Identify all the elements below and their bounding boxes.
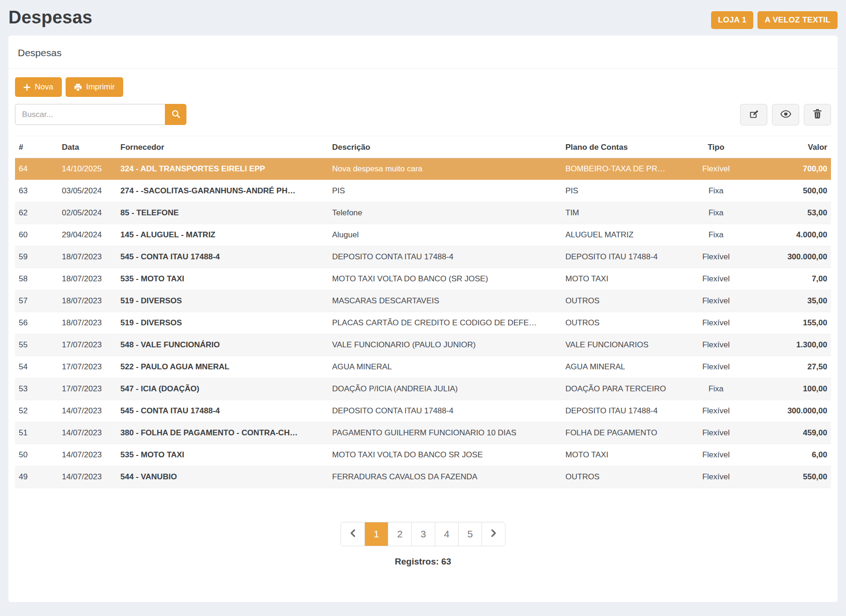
column-header-3: Descrição [328, 136, 562, 158]
page-button-4[interactable]: 4 [435, 522, 458, 546]
cell-supplier: 544 - VANUBIO [117, 466, 328, 488]
table-row[interactable]: 5214/07/2023545 - CONTA ITAU 17488-4DEPO… [15, 400, 831, 422]
cell-supplier: 519 - DIVERSOS [117, 312, 328, 334]
cell-value: 700,00 [745, 158, 831, 180]
cell-supplier: 547 - ICIA (DOAÇÃO) [117, 378, 328, 400]
new-expense-label: Nova [35, 82, 53, 92]
cell-account_plan: AGUA MINERAL [562, 356, 687, 378]
cell-supplier: 380 - FOLHA DE PAGAMENTO - CONTRA-CH… [117, 422, 328, 444]
table-row[interactable]: 5417/07/2023522 - PAULO AGUA MNERALAGUA … [15, 356, 831, 378]
cell-supplier: 85 - TELEFONE [117, 202, 328, 224]
table-row[interactable]: 5114/07/2023380 - FOLHA DE PAGAMENTO - C… [15, 422, 831, 444]
cell-id: 54 [15, 356, 58, 378]
cell-supplier: 548 - VALE FUNCIONÁRIO [117, 334, 328, 356]
table-row[interactable]: 5317/07/2023547 - ICIA (DOAÇÃO)DOAÇÃO P/… [15, 378, 831, 400]
company-badge-button[interactable]: A VELOZ TEXTIL [757, 11, 838, 29]
cell-date: 03/05/2024 [58, 180, 117, 202]
cell-description: PIS [328, 180, 562, 202]
cell-id: 51 [15, 422, 58, 444]
cell-description: AGUA MINERAL [328, 356, 562, 378]
cell-date: 18/07/2023 [58, 290, 117, 312]
pagination-wrap: 12345 [15, 522, 831, 546]
cell-id: 60 [15, 224, 58, 246]
cell-id: 50 [15, 444, 58, 466]
cell-account_plan: MOTO TAXI [562, 268, 687, 290]
chevron-left-icon [349, 528, 356, 540]
cell-date: 29/04/2024 [58, 224, 117, 246]
view-button[interactable] [772, 104, 799, 125]
table-row[interactable]: 4914/07/2023544 - VANUBIOFERRADURAS CAVA… [15, 466, 831, 488]
cell-id: 63 [15, 180, 58, 202]
prev-page-button[interactable] [341, 522, 364, 546]
page-button-1[interactable]: 1 [364, 522, 388, 546]
column-header-0: # [15, 136, 58, 158]
cell-date: 17/07/2023 [58, 378, 117, 400]
cell-description: Nova despesa muito cara [328, 158, 562, 180]
table-row[interactable]: 5014/07/2023535 - MOTO TAXIMOTO TAXI VOL… [15, 444, 831, 466]
search-button[interactable] [165, 104, 186, 125]
cell-supplier: 545 - CONTA ITAU 17488-4 [117, 400, 328, 422]
table-row[interactable]: 6303/05/2024274 - -SACOLITAS-GARANHUNS-A… [15, 180, 831, 202]
table-row[interactable]: 5618/07/2023519 - DIVERSOSPLACAS CARTÃO … [15, 312, 831, 334]
cell-account_plan: FOLHA DE PAGAMENTO [562, 422, 687, 444]
table-row[interactable]: 5517/07/2023548 - VALE FUNCIONÁRIOVALE F… [15, 334, 831, 356]
cell-date: 17/07/2023 [58, 334, 117, 356]
cell-value: 53,00 [745, 202, 831, 224]
cell-description: MASCARAS DESCARTAVEIS [328, 290, 562, 312]
plus-icon [23, 84, 30, 91]
cell-value: 100,00 [745, 378, 831, 400]
table-row[interactable]: 6202/05/202485 - TELEFONETelefoneTIMFixa… [15, 202, 831, 224]
page-button-2[interactable]: 2 [388, 522, 411, 546]
cell-type: Flexível [687, 268, 745, 290]
page-title: Despesas [8, 7, 92, 28]
cell-description: MOTO TAXI VOLTA DO BANCO SR JOSE [328, 444, 562, 466]
table-row[interactable]: 5718/07/2023519 - DIVERSOSMASCARAS DESCA… [15, 290, 831, 312]
expenses-panel: Despesas Nova Imprimir [8, 36, 838, 602]
cell-supplier: 145 - ALUGUEL - MATRIZ [117, 224, 328, 246]
cell-value: 7,00 [745, 268, 831, 290]
search-input[interactable] [15, 104, 165, 125]
cell-type: Fixa [687, 224, 745, 246]
cell-type: Flexível [687, 400, 745, 422]
column-header-5: Tipo [687, 136, 745, 158]
cell-date: 17/07/2023 [58, 356, 117, 378]
table-row[interactable]: 6414/10/2025324 - ADL TRANSPORTES EIRELI… [15, 158, 831, 180]
table-row[interactable]: 6029/04/2024145 - ALUGUEL - MATRIZAlugue… [15, 224, 831, 246]
cell-account_plan: OUTROS [562, 466, 687, 488]
edit-button[interactable] [740, 104, 767, 125]
search-icon [171, 110, 180, 120]
print-button[interactable]: Imprimir [66, 77, 123, 97]
page-button-3[interactable]: 3 [411, 522, 435, 546]
top-bar: Despesas LOJA 1 A VELOZ TEXTIL [0, 0, 846, 36]
column-header-2: Fornecedor [117, 136, 328, 158]
cell-description: DOAÇÃO P/ICIA (ANDREIA JULIA) [328, 378, 562, 400]
cell-date: 14/07/2023 [58, 466, 117, 488]
cell-description: DEPOSITO CONTA ITAU 17488-4 [328, 246, 562, 268]
cell-date: 14/07/2023 [58, 444, 117, 466]
table-row[interactable]: 5918/07/2023545 - CONTA ITAU 17488-4DEPO… [15, 246, 831, 268]
edit-icon [749, 109, 759, 120]
cell-id: 53 [15, 378, 58, 400]
store-badge-button[interactable]: LOJA 1 [711, 11, 754, 29]
table-row[interactable]: 5818/07/2023535 - MOTO TAXIMOTO TAXI VOL… [15, 268, 831, 290]
delete-button[interactable] [804, 104, 831, 125]
cell-value: 550,00 [745, 466, 831, 488]
cell-date: 14/07/2023 [58, 422, 117, 444]
next-page-button[interactable] [482, 522, 505, 546]
controls-row [15, 104, 831, 125]
panel-body: Nova Imprimir [8, 69, 838, 595]
cell-supplier: 522 - PAULO AGUA MNERAL [117, 356, 328, 378]
cell-type: Flexível [687, 158, 745, 180]
cell-type: Flexível [687, 444, 745, 466]
cell-date: 14/07/2023 [58, 400, 117, 422]
toolbar: Nova Imprimir [15, 77, 831, 97]
cell-supplier: 519 - DIVERSOS [117, 290, 328, 312]
expenses-table: #DataFornecedorDescriçãoPlano de ContasT… [15, 136, 831, 488]
cell-value: 27,50 [745, 356, 831, 378]
new-expense-button[interactable]: Nova [15, 77, 62, 97]
cell-supplier: 535 - MOTO TAXI [117, 444, 328, 466]
cell-description: Aluguel [328, 224, 562, 246]
cell-account_plan: TIM [562, 202, 687, 224]
page-button-5[interactable]: 5 [458, 522, 482, 546]
pagination: 12345 [341, 522, 505, 546]
